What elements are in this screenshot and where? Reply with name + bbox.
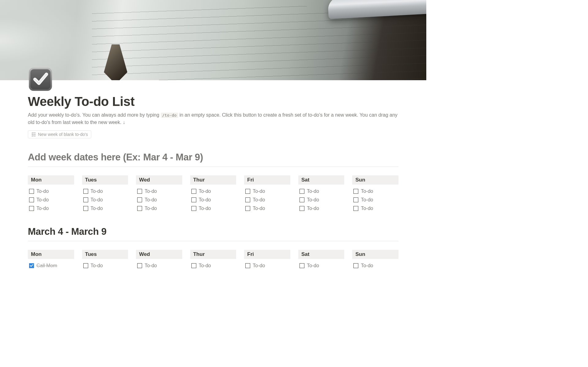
description-pre: Add your weekly to-do's. You can always … [28, 112, 161, 118]
todo-text[interactable]: To-do [145, 263, 157, 268]
todo-row: To-do [298, 196, 345, 204]
todo-text[interactable]: To-do [145, 206, 157, 211]
todo-checkbox[interactable] [29, 189, 34, 194]
page-title[interactable]: Weekly To-do List [28, 94, 398, 109]
new-week-button[interactable]: New week of blank to-do's [28, 130, 91, 138]
todo-row: To-do [28, 196, 74, 204]
todo-text[interactable]: To-do [253, 189, 265, 194]
todo-checkbox[interactable] [353, 189, 358, 194]
day-column: SunTo-doTo-doTo-do [352, 175, 398, 213]
todo-checkbox[interactable] [245, 263, 250, 268]
day-header[interactable]: Fri [244, 250, 290, 259]
day-header[interactable]: Tues [82, 250, 128, 259]
todo-text[interactable]: To-do [91, 263, 103, 268]
day-header[interactable]: Wed [136, 250, 182, 259]
todo-text[interactable]: To-do [199, 197, 211, 203]
todo-checkbox[interactable] [191, 189, 196, 194]
todo-text[interactable]: To-do [307, 197, 319, 203]
todo-text[interactable]: Call Mom [36, 263, 57, 268]
todo-checkbox[interactable] [137, 263, 142, 268]
todo-checkbox[interactable] [137, 197, 142, 202]
day-column: ThurTo-do [190, 250, 236, 270]
todo-text[interactable]: To-do [36, 206, 49, 211]
todo-checkbox[interactable] [353, 197, 358, 202]
cover-pentip [103, 44, 129, 80]
todo-text[interactable]: To-do [361, 189, 373, 194]
todo-row: To-do [352, 187, 398, 196]
todo-text[interactable]: To-do [145, 197, 157, 203]
todo-row: To-do [190, 196, 236, 204]
todo-text[interactable]: To-do [91, 197, 103, 203]
day-header[interactable]: Fri [244, 175, 290, 185]
todo-row: To-do [190, 187, 236, 196]
todo-text[interactable]: To-do [199, 263, 211, 268]
todo-row: To-do [82, 187, 128, 196]
todo-checkbox[interactable] [245, 189, 250, 194]
todo-checkbox[interactable] [245, 197, 250, 202]
day-header[interactable]: Sun [352, 250, 398, 259]
todo-row: To-do [136, 187, 182, 196]
todo-checkbox[interactable] [353, 263, 358, 268]
day-header[interactable]: Tues [82, 175, 128, 185]
todo-checkbox[interactable] [29, 197, 34, 202]
cover-pen [328, 0, 426, 19]
todo-checkbox[interactable] [137, 206, 142, 211]
todo-row: To-do [190, 261, 236, 270]
day-header[interactable]: Mon [28, 250, 74, 259]
cover-image [0, 0, 426, 80]
todo-text[interactable]: To-do [361, 197, 373, 203]
day-header[interactable]: Thur [190, 250, 236, 259]
todo-checkbox[interactable] [245, 206, 250, 211]
day-header[interactable]: Sun [352, 175, 398, 185]
todo-row: To-do [136, 196, 182, 204]
todo-text[interactable]: To-do [36, 189, 49, 194]
todo-checkbox[interactable] [300, 263, 304, 268]
todo-text[interactable]: To-do [91, 189, 103, 194]
todo-text[interactable]: To-do [307, 189, 319, 194]
page-description[interactable]: Add your weekly to-do's. You can always … [28, 111, 398, 126]
todo-text[interactable]: To-do [307, 263, 319, 268]
todo-row: To-do [244, 261, 290, 270]
todo-text[interactable]: To-do [361, 263, 373, 268]
day-column: SatTo-doTo-doTo-do [298, 175, 345, 213]
week-grid: MonTo-doTo-doTo-doTuesTo-doTo-doTo-doWed… [28, 175, 398, 213]
todo-text[interactable]: To-do [307, 206, 319, 211]
day-header[interactable]: Wed [136, 175, 182, 185]
page-content: Weekly To-do List Add your weekly to-do'… [28, 67, 398, 270]
todo-text[interactable]: To-do [253, 197, 265, 203]
day-header[interactable]: Sat [298, 175, 345, 185]
todo-text[interactable]: To-do [91, 206, 103, 211]
todo-checkbox[interactable] [191, 206, 196, 211]
day-header[interactable]: Mon [28, 175, 74, 185]
todo-text[interactable]: To-do [199, 189, 211, 194]
todo-checkbox[interactable] [29, 263, 34, 268]
todo-checkbox[interactable] [29, 206, 34, 211]
section-heading[interactable]: Add week dates here (Ex: Mar 4 - Mar 9) [28, 152, 398, 163]
todo-checkbox[interactable] [300, 189, 304, 194]
todo-checkbox[interactable] [300, 197, 304, 202]
todo-text[interactable]: To-do [253, 206, 265, 211]
todo-checkbox[interactable] [300, 206, 304, 211]
todo-checkbox[interactable] [137, 189, 142, 194]
todo-text[interactable]: To-do [36, 197, 49, 203]
todo-checkbox[interactable] [83, 197, 88, 202]
todo-checkbox[interactable] [191, 197, 196, 202]
todo-checkbox[interactable] [83, 263, 88, 268]
section-heading[interactable]: March 4 - March 9 [28, 226, 398, 237]
day-header[interactable]: Thur [190, 175, 236, 185]
day-header[interactable]: Sat [298, 250, 345, 259]
todo-text[interactable]: To-do [199, 206, 211, 211]
todo-row: To-do [244, 187, 290, 196]
todo-checkbox[interactable] [83, 206, 88, 211]
todo-checkbox[interactable] [191, 263, 196, 268]
todo-checkbox[interactable] [353, 206, 358, 211]
todo-checkbox[interactable] [83, 189, 88, 194]
todo-row: To-do [244, 204, 290, 213]
todo-text[interactable]: To-do [361, 206, 373, 211]
day-column: WedTo-doTo-doTo-do [136, 175, 182, 213]
page-icon-checkbox[interactable] [28, 67, 53, 92]
todo-row: To-do [352, 196, 398, 204]
checklist-icon [31, 132, 36, 137]
todo-text[interactable]: To-do [253, 263, 265, 268]
todo-text[interactable]: To-do [145, 189, 157, 194]
